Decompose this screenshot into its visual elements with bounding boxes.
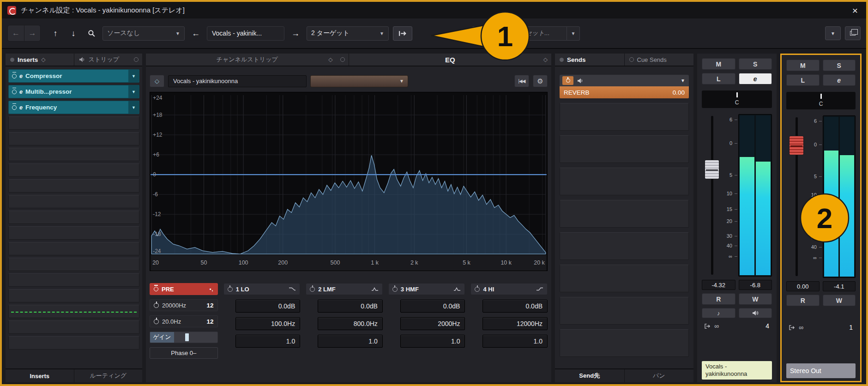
- tab-inserts[interactable]: Inserts ◇: [6, 54, 74, 66]
- insert-empty-slot[interactable]: [8, 116, 139, 130]
- edit-channel-button[interactable]: e: [739, 73, 772, 84]
- source-select[interactable]: ソースなし ▼: [102, 26, 185, 41]
- solo-button[interactable]: S: [823, 60, 856, 71]
- eq-pre-header[interactable]: PRE •‚: [150, 283, 218, 295]
- insert-empty-slot[interactable]: [8, 195, 139, 208]
- eq-graph[interactable]: +24+18+12+60-6-12-18-2420501002005001 k2…: [150, 92, 548, 271]
- write-automation-button[interactable]: W: [739, 293, 772, 305]
- history-back-button[interactable]: ←: [8, 25, 24, 41]
- monitor-button[interactable]: [739, 308, 772, 318]
- bypass-icon[interactable]: [12, 74, 17, 78]
- meter-peak-value[interactable]: -4.1: [823, 281, 856, 291]
- bottom-tab-inserts[interactable]: Inserts: [6, 369, 74, 382]
- read-automation-button[interactable]: R: [786, 295, 820, 306]
- channel-name-plate[interactable]: Stereo Out: [786, 363, 856, 378]
- gain-slider-handle[interactable]: [185, 333, 189, 341]
- send-empty-slot[interactable]: [560, 232, 689, 260]
- gain-slider[interactable]: [174, 332, 217, 343]
- lowcut-filter-row[interactable]: 20.0Hz 12: [150, 315, 218, 327]
- power-icon[interactable]: [154, 303, 159, 308]
- insert-slot-plugin[interactable]: e Multib...pressor ▼: [8, 85, 139, 98]
- insert-empty-slot[interactable]: [8, 148, 139, 161]
- band-q-value[interactable]: 1.0: [235, 335, 301, 348]
- eq-compare-button[interactable]: ◇: [150, 75, 164, 87]
- power-icon[interactable]: [392, 287, 398, 292]
- insert-empty-slot[interactable]: [8, 211, 139, 224]
- close-button[interactable]: ×: [850, 6, 861, 15]
- send-empty-slot[interactable]: [560, 297, 689, 325]
- insert-empty-slot[interactable]: [8, 242, 139, 255]
- tab-cue-sends[interactable]: Cue Sends: [624, 54, 694, 66]
- insert-empty-slot[interactable]: [8, 179, 139, 193]
- functions-menu-button[interactable]: ▼: [825, 26, 841, 40]
- fader-cap[interactable]: [705, 160, 719, 179]
- bottom-tab-pan[interactable]: パン: [624, 369, 694, 382]
- track-preset-caret-button[interactable]: ▼: [567, 26, 580, 41]
- power-icon[interactable]: [154, 319, 159, 324]
- pan-control[interactable]: C: [702, 90, 772, 108]
- listen-button[interactable]: L: [786, 74, 820, 86]
- phase-button[interactable]: Phase 0–: [150, 347, 218, 359]
- eq-band-header[interactable]: 4 HI: [470, 283, 548, 295]
- tab-sends[interactable]: Sends: [555, 54, 624, 66]
- insert-empty-slot[interactable]: [8, 273, 139, 287]
- bottom-tab-send-dest[interactable]: Send先: [555, 369, 624, 382]
- window-layout-button[interactable]: [845, 26, 861, 40]
- chevron-down-icon[interactable]: ▼: [681, 78, 686, 83]
- send-power-button[interactable]: [562, 76, 573, 85]
- copy-settings-button[interactable]: [393, 26, 412, 41]
- insert-empty-slot[interactable]: [8, 305, 139, 318]
- eq-band-header[interactable]: 1 LO: [223, 283, 301, 295]
- band-freq-value[interactable]: 100.0Hz: [235, 317, 301, 330]
- volume-fader[interactable]: [786, 115, 807, 278]
- insert-empty-slot[interactable]: [8, 258, 139, 271]
- fader-value[interactable]: 0.00: [786, 281, 820, 291]
- band-freq-value[interactable]: 800.0Hz: [318, 317, 383, 330]
- insert-slot-plugin[interactable]: e Compressor ▼: [8, 69, 139, 83]
- power-icon[interactable]: [228, 287, 233, 292]
- insert-empty-slot[interactable]: [8, 226, 139, 240]
- eq-settings-button[interactable]: ⚙: [533, 75, 548, 87]
- target-direction-button[interactable]: →: [289, 26, 302, 41]
- send-empty-slot[interactable]: [560, 329, 689, 357]
- write-automation-button[interactable]: W: [823, 295, 856, 306]
- read-automation-button[interactable]: R: [702, 293, 735, 305]
- source-direction-button[interactable]: ←: [189, 26, 203, 41]
- send-empty-slot[interactable]: [560, 168, 689, 195]
- band-gain-value[interactable]: 0.0dB: [400, 300, 465, 313]
- insert-empty-slot[interactable]: [8, 320, 139, 334]
- next-channel-button[interactable]: ↓: [66, 26, 80, 41]
- mute-button[interactable]: M: [702, 58, 735, 70]
- mute-button[interactable]: M: [786, 60, 820, 71]
- band-gain-value[interactable]: 0.0dB: [235, 300, 301, 313]
- plugin-select-caret[interactable]: ▼: [128, 101, 139, 114]
- power-icon[interactable]: [475, 287, 480, 292]
- band-freq-value[interactable]: 12000Hz: [482, 317, 548, 330]
- insert-empty-slot[interactable]: [8, 163, 139, 177]
- insert-empty-slot[interactable]: [8, 289, 139, 302]
- eq-preset-select[interactable]: ▼: [310, 75, 408, 87]
- fader-cap[interactable]: [789, 136, 804, 155]
- insert-empty-slot[interactable]: [8, 132, 139, 145]
- band-freq-value[interactable]: 2000Hz: [400, 317, 465, 330]
- band-gain-value[interactable]: 0.0dB: [318, 300, 383, 313]
- edit-plugin-icon[interactable]: e: [19, 89, 23, 95]
- send-empty-slot[interactable]: [560, 265, 689, 292]
- edit-channel-button[interactable]: e: [823, 74, 856, 86]
- band-q-value[interactable]: 1.0: [318, 335, 383, 348]
- send-empty-slot[interactable]: [560, 200, 689, 228]
- channel-search-button[interactable]: [84, 26, 98, 41]
- send-empty-slot[interactable]: [560, 103, 689, 131]
- highcut-filter-row[interactable]: 20000Hz 12: [150, 299, 218, 311]
- volume-fader[interactable]: [702, 114, 722, 277]
- bottom-tab-routing[interactable]: ルーティング: [74, 369, 143, 382]
- fader-value[interactable]: -4.32: [702, 280, 735, 290]
- send-destination-bar[interactable]: REVERB 0.00: [560, 86, 689, 98]
- history-forward-button[interactable]: →: [24, 25, 40, 41]
- solo-button[interactable]: S: [739, 58, 772, 70]
- meter-peak-value[interactable]: -6.8: [739, 280, 772, 290]
- band-gain-value[interactable]: 0.0dB: [482, 300, 548, 313]
- bypass-icon[interactable]: [12, 105, 17, 110]
- bypass-icon[interactable]: [12, 90, 17, 94]
- band-q-value[interactable]: 1.0: [400, 335, 465, 348]
